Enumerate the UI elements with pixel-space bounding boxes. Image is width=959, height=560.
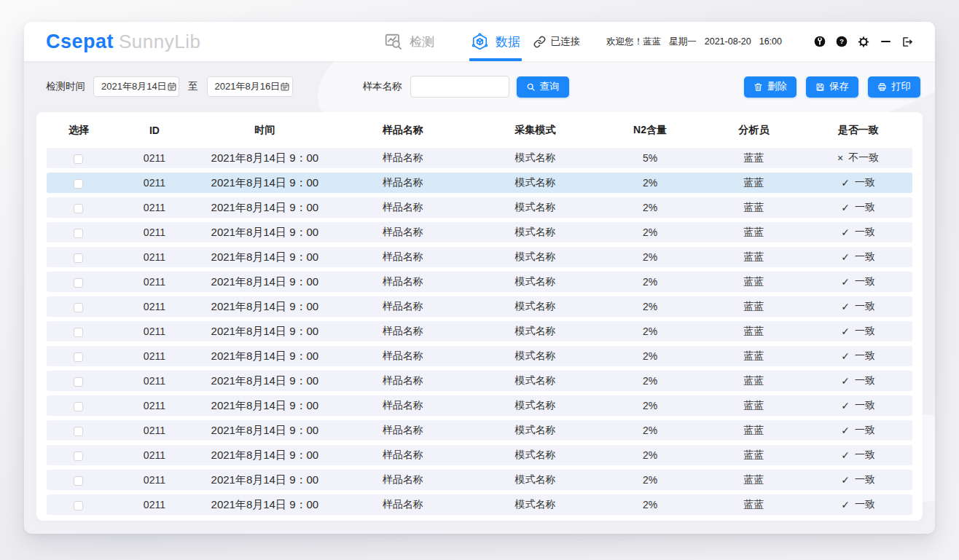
status-text: 一致 <box>855 473 875 486</box>
minimize-icon[interactable] <box>880 36 891 47</box>
date-text: 2021-08-20 <box>705 36 751 47</box>
delete-button[interactable]: 删除 <box>744 76 796 98</box>
search-icon <box>526 82 536 92</box>
cell-analyst: 蓝蓝 <box>704 449 805 462</box>
table-row[interactable]: 0211 2021年8月14日 9：00 样品名称 模式名称 5% 蓝蓝 × 不… <box>47 148 912 168</box>
row-checkbox[interactable] <box>74 501 83 510</box>
row-checkbox[interactable] <box>74 476 83 486</box>
cell-n2-content: 2% <box>596 350 703 362</box>
cell-sample-name: 样品名称 <box>332 424 474 437</box>
cell-n2-content: 2% <box>596 499 703 510</box>
cell-mode: 模式名称 <box>474 350 597 363</box>
row-checkbox[interactable] <box>74 179 83 189</box>
cell-status: ✓ 一致 <box>804 226 912 239</box>
row-checkbox[interactable] <box>74 154 83 164</box>
cell-n2-content: 2% <box>596 425 703 436</box>
cell-status: ✓ 一致 <box>804 350 912 363</box>
table-row[interactable]: 0211 2021年8月14日 9：00 样品名称 模式名称 2% 蓝蓝 ✓ 一… <box>47 445 912 465</box>
status-text: 一致 <box>855 325 875 338</box>
query-button[interactable]: 查询 <box>517 76 569 98</box>
row-checkbox[interactable] <box>74 204 83 213</box>
table-row[interactable]: 0211 2021年8月14日 9：00 样品名称 模式名称 2% 蓝蓝 ✓ 一… <box>47 470 912 490</box>
app-logo: Csepat SunnyLib <box>46 31 200 53</box>
table-row[interactable]: 0211 2021年8月14日 9：00 样品名称 模式名称 2% 蓝蓝 ✓ 一… <box>47 247 912 267</box>
table-row[interactable]: 0211 2021年8月14日 9：00 样品名称 模式名称 2% 蓝蓝 ✓ 一… <box>47 494 912 515</box>
table-row[interactable]: 0211 2021年8月14日 9：00 样品名称 模式名称 2% 蓝蓝 ✓ 一… <box>47 371 912 391</box>
row-checkbox[interactable] <box>74 402 83 411</box>
sample-name-input[interactable] <box>410 76 509 98</box>
table-row[interactable]: 0211 2021年8月14日 9：00 样品名称 模式名称 2% 蓝蓝 ✓ 一… <box>47 296 912 317</box>
cell-time: 2021年8月14日 9：00 <box>198 176 332 190</box>
data-table-card: 选择 ID 时间 样品名称 采集模式 N2含量 分析员 是否一致 0211 20… <box>36 112 923 521</box>
cell-select <box>47 301 111 312</box>
cell-select <box>47 326 111 337</box>
cell-analyst: 蓝蓝 <box>704 374 805 387</box>
row-checkbox[interactable] <box>74 303 83 312</box>
table-row[interactable]: 0211 2021年8月14日 9：00 样品名称 模式名称 2% 蓝蓝 ✓ 一… <box>47 197 912 218</box>
row-checkbox[interactable] <box>74 278 83 288</box>
status-text: 一致 <box>855 176 875 189</box>
cell-n2-content: 2% <box>596 326 703 337</box>
cell-analyst: 蓝蓝 <box>704 176 805 189</box>
save-button-label: 保存 <box>829 80 849 93</box>
tool-wrench-icon[interactable] <box>814 36 826 47</box>
printer-icon <box>877 82 887 92</box>
cell-mode: 模式名称 <box>474 226 597 239</box>
cell-time: 2021年8月14日 9：00 <box>198 201 332 215</box>
help-icon[interactable]: ? <box>836 36 848 47</box>
table-row[interactable]: 0211 2021年8月14日 9：00 样品名称 模式名称 2% 蓝蓝 ✓ 一… <box>47 321 912 342</box>
status-text: 一致 <box>855 300 875 313</box>
table-row[interactable]: 0211 2021年8月14日 9：00 样品名称 模式名称 2% 蓝蓝 ✓ 一… <box>47 395 912 416</box>
cell-id: 0211 <box>111 152 198 164</box>
cell-n2-content: 2% <box>596 276 703 288</box>
cell-id: 0211 <box>111 226 198 238</box>
settings-gear-icon[interactable] <box>858 36 869 47</box>
cell-status: ✓ 一致 <box>804 399 912 412</box>
print-button[interactable]: 打印 <box>868 76 920 98</box>
sample-name-label: 样本名称 <box>363 80 402 93</box>
status-text: 一致 <box>855 424 875 437</box>
date-from-input[interactable]: 2021年8月14日 <box>93 76 179 97</box>
status-icon: × <box>837 152 843 164</box>
cell-mode: 模式名称 <box>474 300 597 313</box>
cell-n2-content: 2% <box>596 449 703 461</box>
row-checkbox[interactable] <box>74 451 83 461</box>
table-row[interactable]: 0211 2021年8月14日 9：00 样品名称 模式名称 2% 蓝蓝 ✓ 一… <box>47 272 912 292</box>
cell-select <box>47 152 111 164</box>
tab-detection-label: 检测 <box>410 33 434 50</box>
filter-bar: 检测时间 2021年8月14日 至 2021年8月16日 <box>24 61 935 112</box>
table-row[interactable]: 0211 2021年8月14日 9：00 样品名称 模式名称 2% 蓝蓝 ✓ 一… <box>47 173 912 193</box>
row-checkbox[interactable] <box>74 253 83 263</box>
save-button[interactable]: 保存 <box>806 76 858 98</box>
table-row[interactable]: 0211 2021年8月14日 9：00 样品名称 模式名称 2% 蓝蓝 ✓ 一… <box>47 222 912 242</box>
cell-mode: 模式名称 <box>474 473 597 486</box>
row-checkbox[interactable] <box>74 229 83 238</box>
status-icon: ✓ <box>841 177 850 189</box>
cell-mode: 模式名称 <box>474 374 597 387</box>
tab-detection[interactable]: 检测 <box>383 22 436 61</box>
row-checkbox[interactable] <box>74 328 83 337</box>
date-to-input[interactable]: 2021年8月16日 <box>207 76 293 97</box>
row-checkbox[interactable] <box>74 377 83 387</box>
cell-time: 2021年8月14日 9：00 <box>198 449 332 462</box>
row-checkbox[interactable] <box>74 427 83 436</box>
status-text: 一致 <box>855 449 875 462</box>
cell-analyst: 蓝蓝 <box>704 473 805 486</box>
header-right: 已连接 欢迎您！蓝蓝 星期一 2021-08-20 16:00 <box>533 35 913 48</box>
cell-select <box>47 449 111 461</box>
row-checkbox[interactable] <box>74 352 83 362</box>
cell-id: 0211 <box>111 350 198 362</box>
cell-status: ✓ 一致 <box>804 449 912 462</box>
cell-id: 0211 <box>111 251 198 263</box>
cell-select <box>47 425 111 436</box>
table-row[interactable]: 0211 2021年8月14日 9：00 样品名称 模式名称 2% 蓝蓝 ✓ 一… <box>47 346 912 366</box>
query-button-label: 查询 <box>540 80 560 93</box>
cell-sample-name: 样品名称 <box>332 473 474 486</box>
table-row[interactable]: 0211 2021年8月14日 9：00 样品名称 模式名称 2% 蓝蓝 ✓ 一… <box>47 420 912 441</box>
logout-icon[interactable] <box>901 36 913 47</box>
tab-data[interactable]: 数据 <box>469 22 522 61</box>
link-icon <box>533 36 546 48</box>
cell-time: 2021年8月14日 9：00 <box>198 399 332 413</box>
cell-sample-name: 样品名称 <box>332 498 474 511</box>
cell-status: ✓ 一致 <box>804 498 912 511</box>
